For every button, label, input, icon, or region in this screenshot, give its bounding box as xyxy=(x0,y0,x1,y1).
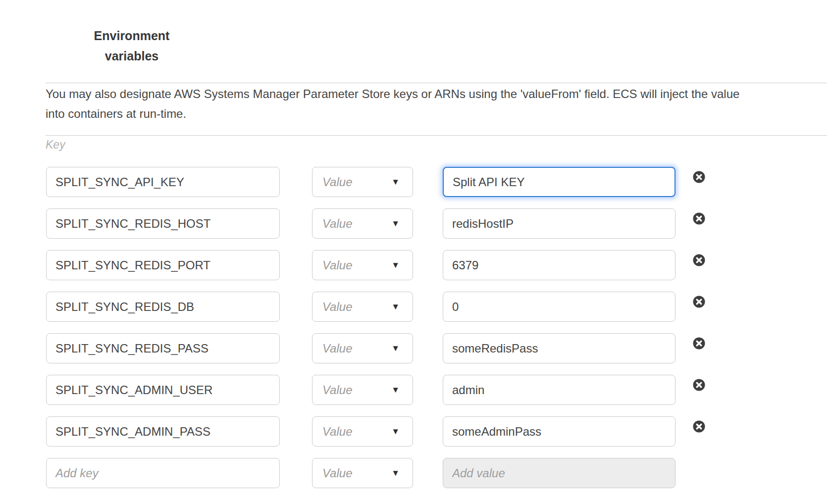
value-type-dropdown[interactable]: Value ▼ xyxy=(312,375,413,405)
env-var-row: Value ▼ xyxy=(46,167,749,197)
section-description: You may also designate AWS Systems Manag… xyxy=(46,84,756,124)
add-value-input xyxy=(443,458,675,488)
chevron-down-icon: ▼ xyxy=(391,260,400,270)
x-circle-icon xyxy=(693,296,705,308)
value-type-label: Value xyxy=(322,217,353,231)
value-type-label: Value xyxy=(322,383,353,397)
delete-row-button[interactable] xyxy=(693,171,705,183)
key-input[interactable] xyxy=(46,375,280,405)
env-var-row: Value ▼ xyxy=(46,208,749,239)
x-circle-icon xyxy=(693,171,705,183)
value-type-dropdown[interactable]: Value ▼ xyxy=(312,250,413,280)
value-input[interactable] xyxy=(443,375,675,405)
x-circle-icon xyxy=(693,254,705,266)
value-type-label: Value xyxy=(322,425,353,439)
chevron-down-icon: ▼ xyxy=(391,219,400,229)
key-input[interactable] xyxy=(46,167,280,197)
delete-row-button[interactable] xyxy=(693,254,705,266)
x-circle-icon xyxy=(693,379,705,391)
delete-row-button[interactable] xyxy=(693,212,705,225)
env-var-row: Value ▼ xyxy=(46,416,749,447)
chevron-down-icon: ▼ xyxy=(391,385,400,395)
key-column-label: Key xyxy=(46,138,65,151)
chevron-down-icon: ▼ xyxy=(391,344,400,353)
value-type-label: Value xyxy=(322,342,353,355)
env-var-row: Value ▼ xyxy=(46,250,749,280)
x-circle-icon xyxy=(693,420,705,433)
value-type-dropdown[interactable]: Value ▼ xyxy=(312,333,413,363)
value-type-label: Value xyxy=(322,175,353,189)
key-input[interactable] xyxy=(46,333,280,363)
value-input[interactable] xyxy=(443,416,675,447)
value-input[interactable] xyxy=(443,167,675,197)
add-key-input[interactable] xyxy=(46,458,280,488)
env-var-row: Value ▼ xyxy=(46,333,749,363)
chevron-down-icon: ▼ xyxy=(391,427,400,437)
value-input[interactable] xyxy=(443,292,675,322)
value-input[interactable] xyxy=(443,333,675,363)
key-input[interactable] xyxy=(46,250,280,280)
value-type-label: Value xyxy=(322,300,353,314)
value-input[interactable] xyxy=(443,208,675,239)
delete-row-button[interactable] xyxy=(693,337,705,350)
divider xyxy=(46,135,827,136)
x-circle-icon xyxy=(693,337,705,350)
key-input[interactable] xyxy=(46,416,280,447)
delete-row-button[interactable] xyxy=(693,379,705,391)
value-type-dropdown[interactable]: Value ▼ xyxy=(312,292,413,322)
environment-variables-section: Environment variables You may also desig… xyxy=(0,0,831,504)
divider xyxy=(46,83,827,83)
value-type-dropdown[interactable]: Value ▼ xyxy=(312,458,413,488)
key-input[interactable] xyxy=(46,292,280,322)
value-type-label: Value xyxy=(322,258,353,272)
value-type-label: Value xyxy=(322,466,353,480)
add-env-var-row: Value ▼ xyxy=(46,458,749,488)
key-input[interactable] xyxy=(46,208,280,239)
env-var-row: Value ▼ xyxy=(46,292,749,322)
chevron-down-icon: ▼ xyxy=(391,177,400,187)
value-type-dropdown[interactable]: Value ▼ xyxy=(312,416,413,447)
chevron-down-icon: ▼ xyxy=(391,302,400,312)
value-type-dropdown[interactable]: Value ▼ xyxy=(312,167,413,197)
chevron-down-icon: ▼ xyxy=(391,468,400,478)
value-input[interactable] xyxy=(443,250,675,280)
section-title: Environment variables xyxy=(77,26,187,66)
x-circle-icon xyxy=(693,212,705,225)
env-var-row: Value ▼ xyxy=(46,375,749,405)
delete-row-button[interactable] xyxy=(693,296,705,308)
value-type-dropdown[interactable]: Value ▼ xyxy=(312,208,413,239)
env-var-rows: Value ▼ Value ▼ Value ▼ xyxy=(46,167,749,500)
delete-row-button[interactable] xyxy=(693,420,705,433)
